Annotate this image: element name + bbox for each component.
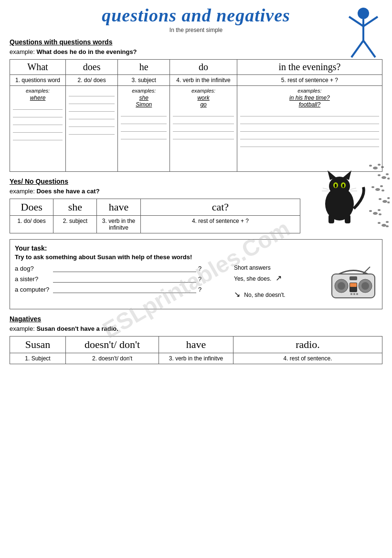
task-line-1: a dog? ? <box>15 264 224 272</box>
short-answers-title: Short answers <box>234 264 325 271</box>
radio-illustration <box>329 264 377 304</box>
yn-row1-col1: 1. do/ does <box>10 216 53 233</box>
section3-example-text: Susan doesn't have a radio. <box>36 325 118 332</box>
task-box: Your task: Try to ask something about Su… <box>10 239 382 309</box>
svg-rect-55 <box>350 283 357 287</box>
svg-point-16 <box>380 185 383 187</box>
cat-illustration <box>313 163 390 241</box>
task-suffix-2: ? <box>198 275 201 283</box>
task-title: Your task: <box>15 244 377 252</box>
svg-rect-52 <box>353 293 355 295</box>
qw-row1-col4: 4. verb in the infinitve <box>170 75 237 86</box>
svg-rect-49 <box>350 276 357 280</box>
qw-row2-col3: examples: she Simon <box>118 86 170 172</box>
qw-col5-lines <box>240 110 379 147</box>
svg-point-0 <box>358 8 369 19</box>
qw-header-3: he <box>118 60 170 75</box>
svg-point-19 <box>379 198 381 200</box>
svg-point-13 <box>387 178 390 179</box>
svg-point-37 <box>342 184 344 188</box>
section1-example-text: What does he do in the evenings? <box>36 48 137 55</box>
examples-label-4: examples: <box>173 88 233 94</box>
svg-point-22 <box>373 212 378 215</box>
task-subtitle: Try to ask something about Susan with he… <box>15 253 377 261</box>
qw-row1-col3: 3. subject <box>118 75 170 86</box>
yn-header-4: cat? <box>140 199 300 216</box>
arrow-up-icon: ↗ <box>275 274 282 282</box>
svg-point-23 <box>369 210 372 212</box>
neg-header-2: doesn't/ don't <box>66 337 159 353</box>
svg-line-4 <box>351 41 363 57</box>
svg-point-7 <box>369 165 372 167</box>
qw-row2-col2 <box>66 86 118 172</box>
svg-point-17 <box>381 190 384 191</box>
section3-example: example: Susan doesn't have a radio. <box>10 325 382 332</box>
qw-row2-col1: examples: where <box>10 86 66 172</box>
arrow-down-icon: ↘ <box>234 290 240 298</box>
task-suffix-3: ? <box>198 286 201 293</box>
neg-row1-col2: 2. doesn't/ don't <box>66 353 159 364</box>
short-answer-yes: Yes, she does. <box>234 275 271 282</box>
task-input-1[interactable] <box>53 264 196 272</box>
yesno-table: Does she have cat? 1. do/ does 2. subjec… <box>10 199 300 233</box>
examples-label-5: examples: <box>240 88 379 94</box>
task-suffix-1: ? <box>198 265 201 272</box>
svg-line-40 <box>350 188 356 190</box>
section1-example: example: What does he do in the evenings… <box>10 48 382 55</box>
page-title: questions and negatives <box>10 5 382 26</box>
qw-row2-col5: examples: in his free time? football? <box>237 86 382 172</box>
svg-point-48 <box>361 282 369 290</box>
qw-col3-lines <box>121 110 167 139</box>
svg-point-31 <box>329 177 350 196</box>
short-answers-block: Short answers Yes, she does. ↗ ↘ No, she… <box>229 264 325 304</box>
qw-row1-col5: 5. rest of sentence + ? <box>237 75 382 86</box>
svg-point-11 <box>378 174 381 176</box>
example-label-2: example: <box>10 188 35 195</box>
yn-header-2: she <box>53 199 97 216</box>
task-line-2: a sister? ? <box>15 275 224 283</box>
svg-rect-42 <box>328 215 334 223</box>
svg-point-9 <box>381 166 384 168</box>
svg-point-10 <box>381 176 386 179</box>
svg-point-8 <box>378 164 381 166</box>
task-input-2[interactable] <box>53 275 196 283</box>
qw-header-4: do <box>170 60 237 75</box>
svg-point-29 <box>386 225 389 227</box>
task-input-3[interactable] <box>53 285 196 293</box>
example-label-3: example: <box>10 325 35 332</box>
svg-point-18 <box>382 200 387 203</box>
qw-row1-col1: 1. questions word <box>10 75 66 86</box>
section3-heading: Nagatives <box>10 315 382 323</box>
qw-header-2: does <box>66 60 118 75</box>
qw-col4-ex2: go <box>173 101 233 108</box>
short-answer-no: No, she doesn't. <box>244 292 285 298</box>
example-label: example: <box>10 48 35 55</box>
qw-col1-lines <box>13 103 63 140</box>
svg-line-38 <box>323 188 329 190</box>
svg-point-20 <box>387 197 390 199</box>
neg-row1-col4: 4. rest of sentence. <box>233 353 382 364</box>
question-words-table: What does he do in the evenings? 1. ques… <box>10 59 382 172</box>
section2-example-text: Does she have a cat? <box>36 188 99 195</box>
svg-point-25 <box>379 213 381 215</box>
svg-point-15 <box>371 186 374 188</box>
qw-col5-ex2: football? <box>240 101 379 108</box>
qw-col2-lines <box>69 90 115 135</box>
examples-label-3: examples: <box>121 88 167 94</box>
yn-row1-col4: 4. rest of sentence + ? <box>140 216 300 233</box>
svg-point-46 <box>338 282 345 290</box>
svg-rect-43 <box>345 215 350 223</box>
yn-row1-col3: 3. verb in the infinitve <box>97 216 140 233</box>
qw-header-1: What <box>10 60 66 75</box>
neg-header-4: radio. <box>233 337 382 353</box>
neg-header-3: have <box>159 337 233 353</box>
qw-col4-ex1: work <box>173 95 233 101</box>
negatives-table: Susan doesn't/ don't have radio. 1. Subj… <box>10 336 382 364</box>
svg-point-28 <box>386 221 389 223</box>
section1-heading: Questions with questions words <box>10 38 382 46</box>
qw-row1-col2: 2. do/ does <box>66 75 118 86</box>
qw-col3-ex2: Simon <box>121 101 167 108</box>
yn-header-1: Does <box>10 199 53 216</box>
qw-row2-col4: examples: work go <box>170 86 237 172</box>
neg-header-1: Susan <box>10 337 66 353</box>
